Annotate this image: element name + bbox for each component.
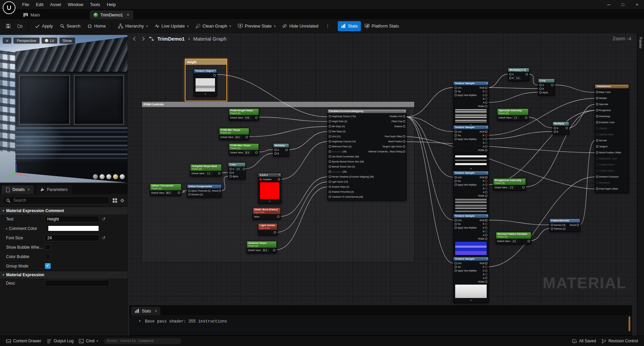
output-pin[interactable] [178,192,180,194]
input-pin[interactable] [596,182,598,184]
text-field[interactable] [45,216,99,223]
input-pin[interactable] [329,150,331,153]
desc-field[interactable] [45,280,109,287]
output-pin[interactable] [273,249,275,251]
output-pin[interactable] [522,186,525,189]
input-pin[interactable] [596,157,598,160]
output-pin[interactable] [485,98,487,100]
output-pin[interactable] [485,238,487,240]
hide-unrelated-button[interactable]: Hide Unrelated [279,21,321,31]
input-pin[interactable] [329,115,331,117]
input-pin[interactable] [329,191,331,193]
preview-shape-material-ball-button[interactable] [113,174,118,179]
output-pin[interactable] [274,231,276,234]
node-trimdemo1-result-header[interactable]: TrimDemo1 [595,85,629,88]
output-pin[interactable] [485,105,487,107]
output-pin[interactable] [566,127,568,129]
palette-sidebar[interactable]: Palette [637,33,644,336]
output-pin[interactable] [577,224,579,226]
output-pin[interactable] [485,142,487,144]
value-box[interactable]: 0.3 [514,77,521,80]
collapse-icon[interactable]: ▴ [486,214,487,217]
section-header-material-expression-comment[interactable]: ▾Material Expression Comment [0,207,127,214]
output-pin[interactable] [525,116,527,119]
forward-icon[interactable] [141,36,146,41]
group-mode-checkbox[interactable] [45,263,51,269]
node-static-bool-false[interactable]: Static Bool (False)Input DataValue [253,207,281,220]
input-pin[interactable] [329,181,331,183]
node-pom-height-ratio[interactable]: POM Height RatioParam (S)Default Value0.… [229,108,259,121]
tab-main[interactable]: Main [19,10,44,19]
input-pin[interactable] [329,170,331,173]
input-pin[interactable] [596,115,598,117]
input-pin[interactable] [596,169,598,172]
input-pin[interactable] [329,125,331,128]
input-pin[interactable] [596,109,598,111]
node-texture-object[interactable]: Texture Object▴▾ [194,69,217,97]
collapse-icon[interactable]: ▴ [215,69,216,72]
node-specular-intensity[interactable]: Specular IntensityParam (S)Default Value… [497,108,529,121]
input-pin[interactable] [454,184,457,186]
input-pin[interactable] [509,73,512,76]
node-shadow-steps[interactable]: Shadow StepsParam (S)Default Value32.0 [247,241,277,253]
input-pin[interactable] [329,155,331,158]
output-pin[interactable] [403,140,405,143]
menu-window[interactable]: Window [64,0,87,9]
back-icon[interactable] [132,36,137,41]
node-texture-sample-ao-header[interactable]: Texture Sample▴ [453,257,488,261]
input-pin[interactable] [454,219,457,221]
input-pin[interactable] [596,121,598,123]
node-multiply-steps[interactable]: MultiplyAB [273,143,289,157]
node-pom-max-steps[interactable]: POM Max StepsParam (S)Default Value32.0 [229,143,259,156]
live-update-button[interactable]: Live Update▾ [152,21,192,31]
input-pin[interactable] [454,94,457,96]
show-bubble-when-zo-checkbox[interactable] [45,244,51,250]
palette-tab-label[interactable]: Palette [639,37,643,48]
home-button[interactable]: Home [84,21,109,31]
input-pin[interactable] [596,151,598,154]
search-box[interactable] [3,196,110,204]
input-pin[interactable] [329,120,331,122]
node-roughness-intensity[interactable]: Roughness IntensityParam (S)Default Valu… [493,178,526,191]
node-flatten-normal[interactable]: FlattenNormalNormal (V3)ResultFlatness (… [549,218,580,232]
node-texture-sample-basecolor[interactable]: Texture Sample▴UVsRGBTexRApply View MipB… [453,81,489,128]
output-pin[interactable] [485,90,487,93]
output-pin[interactable] [485,227,487,229]
output-pin[interactable] [485,138,487,140]
more-options-button[interactable]: ⋮ [322,21,333,31]
output-pin[interactable] [403,120,405,122]
node-shadow-steps-header[interactable]: Shadow StepsParam (S) [247,241,276,248]
node-trimdemo1-result[interactable]: TrimDemo1Base ColorMetallicSpecularRough… [595,84,629,193]
node-roughness-intensity-header[interactable]: Roughness IntensityParam (S) [493,179,526,185]
input-pin[interactable] [539,91,542,94]
preview-shape-cube-button[interactable] [106,174,111,179]
input-pin[interactable] [329,145,331,148]
comment-color-swatch[interactable] [48,226,99,231]
output-pin[interactable] [485,176,487,179]
output-pin[interactable] [485,184,487,186]
node-lerp-steps-header[interactable]: Lerp [228,163,245,166]
input-pin[interactable] [454,176,457,179]
input-pin[interactable] [554,131,556,133]
node-texture-sample-normal-header[interactable]: Texture Sample▴ [453,214,488,218]
node-pom-min-steps-header[interactable]: POM Min StepsParam (S) [219,128,249,135]
statusbar-all-saved-button[interactable]: All Saved [569,339,599,344]
output-pin[interactable] [246,136,248,138]
input-pin[interactable] [454,134,457,137]
minimize-button[interactable]: ─ [602,0,616,9]
input-pin[interactable] [454,262,457,264]
breadcrumb-asset[interactable]: TrimDemo1 [157,36,185,42]
output-pin[interactable] [485,131,487,133]
viewport-menu-button[interactable]: ≡ [3,38,11,44]
preview-shape-cylinder-button[interactable] [93,174,98,179]
input-pin[interactable] [596,97,598,99]
collapse-icon[interactable]: ▴ [486,82,487,84]
output-pin[interactable] [485,281,487,283]
collapse-icon[interactable]: ▴ [486,257,487,260]
input-pin[interactable] [329,160,331,163]
collapse-icon[interactable]: ▴ [279,174,280,176]
statusbar-content-drawer-button[interactable]: Content Drawer [3,339,44,344]
input-pin[interactable] [329,140,331,143]
node-pom-min-steps[interactable]: POM Min StepsParam (S)Default Value20.0 [219,128,249,140]
output-pin[interactable] [485,234,487,236]
